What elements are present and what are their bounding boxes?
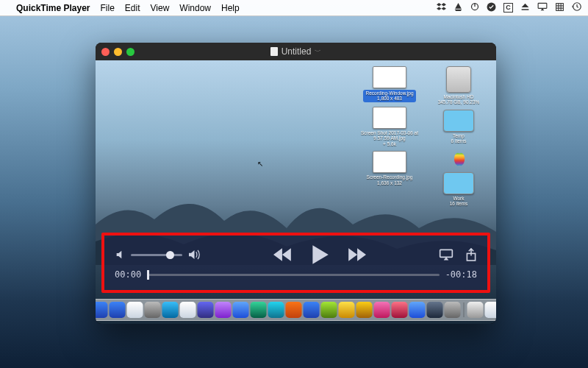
menu-file[interactable]: File (101, 3, 115, 13)
cursor-icon: ↖ (257, 160, 263, 168)
elapsed-time: 00:00 (115, 269, 141, 280)
scrubber[interactable] (147, 274, 440, 276)
dock-app[interactable] (391, 302, 407, 318)
desktop-item-image[interactable]: Screen-Recording.jpg1,636 x 132 (356, 151, 423, 185)
dock-app[interactable] (426, 302, 442, 318)
grid-icon[interactable] (555, 2, 564, 14)
chevron-down-icon: ﹀ (315, 47, 321, 57)
desktop-item-folder[interactable]: Work16 items (430, 172, 487, 207)
dock (96, 299, 496, 321)
image-thumb-icon (373, 66, 406, 88)
dock-app[interactable] (179, 302, 196, 318)
desktop-item-logo[interactable] (430, 149, 487, 168)
dock-separator (463, 302, 464, 317)
document-icon (270, 47, 278, 56)
dock-app[interactable] (162, 302, 178, 318)
volume-slider[interactable] (131, 254, 182, 256)
dock-app[interactable] (338, 302, 354, 318)
titlebar[interactable]: Untitled ﹀ (96, 43, 496, 60)
remaining-time: -00:18 (445, 269, 477, 280)
desktop-item-image[interactable]: Recording-Window.jpg1,800 x 483 (356, 66, 423, 102)
playhead[interactable] (147, 270, 149, 280)
dock-app[interactable] (285, 302, 301, 318)
svg-rect-10 (440, 250, 453, 257)
dock-app[interactable] (126, 302, 143, 318)
dock-app[interactable] (268, 302, 284, 318)
airplay-button[interactable] (439, 248, 453, 261)
svg-rect-3 (538, 3, 547, 8)
window-title[interactable]: Untitled ﹀ (96, 46, 496, 57)
volume-high-icon (187, 248, 200, 261)
volume-low-icon (115, 249, 126, 261)
menu-edit[interactable]: Edit (125, 3, 140, 13)
dock-app[interactable] (232, 302, 248, 318)
dock-app[interactable] (373, 302, 390, 318)
share-button[interactable] (465, 247, 477, 262)
desktop-item-drive[interactable]: Macintosh HD345.78 GB, 90.23% (430, 66, 487, 105)
time-machine-icon[interactable] (572, 1, 582, 14)
image-thumb-icon (373, 151, 406, 173)
apple-rainbow-icon (451, 149, 467, 168)
folder-icon (443, 110, 474, 132)
drive-icon (446, 66, 471, 93)
menu-help[interactable]: Help (221, 3, 240, 13)
eject-icon[interactable] (520, 2, 530, 14)
dock-app[interactable] (144, 302, 160, 318)
window-title-text: Untitled (282, 46, 312, 57)
desktop-item-folder[interactable]: Temp6 items (430, 110, 487, 144)
app-menu[interactable]: QuickTime Player (16, 3, 90, 13)
dock-app[interactable] (356, 302, 372, 318)
play-button[interactable] (310, 244, 329, 266)
dock-app[interactable] (444, 302, 460, 318)
power-icon[interactable] (470, 2, 479, 13)
menu-window[interactable]: Window (179, 3, 211, 13)
dock-app[interactable] (250, 302, 266, 318)
dock-app[interactable] (467, 302, 483, 318)
volume-control[interactable] (115, 248, 200, 261)
folder-icon (443, 172, 474, 194)
dock-app[interactable] (320, 302, 337, 318)
dock-app[interactable] (484, 302, 496, 318)
desktop-left-column: Recording-Window.jpg1,800 x 483 Screen S… (356, 66, 423, 185)
dock-app[interactable] (215, 302, 231, 318)
volume-knob[interactable] (166, 251, 174, 259)
video-canvas: ↖ Macintosh HD345.78 GB, 90.23% Temp6 it… (96, 60, 496, 324)
c-square-icon[interactable]: C (503, 3, 513, 13)
fast-forward-button[interactable] (347, 247, 366, 263)
desktop-right-column: Macintosh HD345.78 GB, 90.23% Temp6 item… (430, 66, 487, 207)
dock-app[interactable] (96, 302, 107, 318)
image-thumb-icon (373, 107, 406, 129)
dock-app[interactable] (303, 302, 319, 318)
airplay-icon[interactable] (537, 2, 548, 13)
dock-app[interactable] (197, 302, 213, 318)
rewind-button[interactable] (273, 247, 293, 263)
dock-app[interactable] (409, 302, 425, 318)
playback-controls: 00:00 -00:18 (101, 233, 490, 293)
dock-app[interactable] (109, 302, 125, 318)
desktop-item-image[interactable]: Screen Shot 2017-03-06 at 9.57.59 AM.jpg… (356, 107, 423, 146)
quicktime-window: Untitled ﹀ ↖ Macintosh HD345.78 GB, 90.2… (96, 43, 496, 324)
menu-view[interactable]: View (151, 3, 170, 13)
dropbox-icon[interactable] (437, 2, 446, 14)
google-drive-icon[interactable] (453, 2, 463, 14)
checkmark-icon[interactable] (487, 2, 496, 14)
menubar: QuickTime Player File Edit View Window H… (0, 0, 588, 16)
svg-rect-4 (556, 3, 564, 10)
